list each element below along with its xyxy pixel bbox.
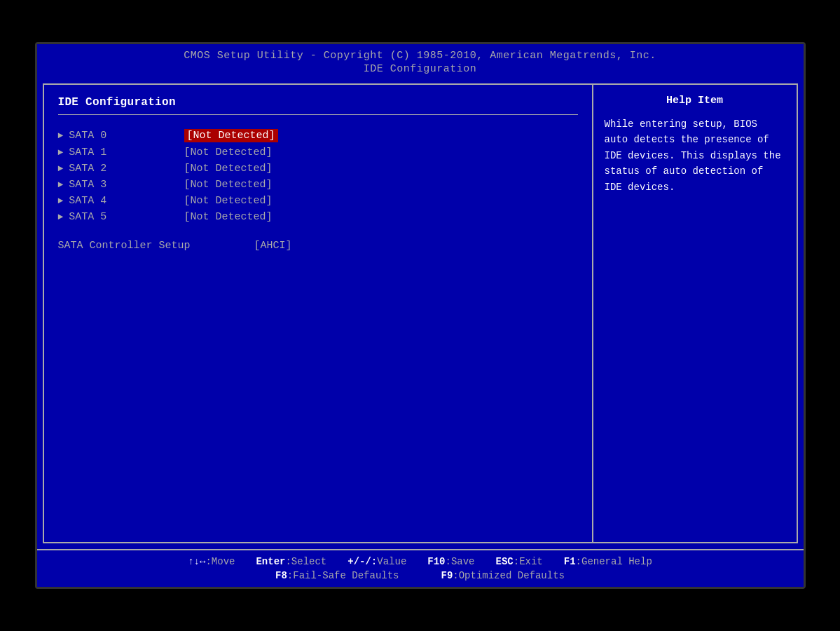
sata-label: ►SATA 3 [58, 179, 184, 191]
sata-label: ►SATA 0 [58, 130, 184, 142]
footer-key: ↑↓↔:Move [188, 556, 235, 567]
arrow-icon: ► [58, 179, 64, 190]
bios-screen: CMOS Setup Utility - Copyright (C) 1985-… [35, 42, 806, 589]
help-text: While entering setup, BIOS auto detects … [605, 116, 785, 195]
arrow-icon: ► [58, 163, 64, 174]
sata-row[interactable]: ►SATA 5[Not Detected] [58, 211, 578, 223]
sata-value: [Not Detected] [184, 179, 273, 191]
footer-key: F1:General Help [564, 556, 652, 567]
header-subtitle: IDE Configuration [40, 63, 801, 75]
controller-row[interactable]: SATA Controller Setup [AHCI] [58, 240, 578, 252]
footer-key: F8:Fail-Safe Defaults [275, 570, 399, 581]
footer: ↑↓↔:MoveEnter:Select+/-/:ValueF10:SaveES… [37, 549, 804, 587]
main-area: IDE Configuration ►SATA 0[Not Detected]►… [43, 83, 798, 543]
arrow-icon: ► [58, 212, 64, 222]
footer-line1: ↑↓↔:MoveEnter:Select+/-/:ValueF10:SaveES… [48, 556, 792, 567]
section-title: IDE Configuration [58, 96, 578, 109]
footer-key: Enter:Select [256, 556, 326, 567]
sata-value: [Not Detected] [184, 129, 278, 142]
sata-label: ►SATA 2 [58, 163, 184, 175]
sata-value: [Not Detected] [184, 195, 273, 207]
controller-label: SATA Controller Setup [58, 240, 254, 252]
divider [58, 114, 578, 115]
arrow-icon: ► [58, 147, 64, 158]
arrow-icon: ► [58, 130, 64, 141]
sata-value: [Not Detected] [184, 163, 273, 175]
sata-row[interactable]: ►SATA 1[Not Detected] [58, 147, 578, 158]
footer-key: +/-/:Value [347, 556, 406, 567]
sata-row[interactable]: ►SATA 4[Not Detected] [58, 195, 578, 207]
left-panel: IDE Configuration ►SATA 0[Not Detected]►… [44, 85, 593, 542]
sata-label: ►SATA 4 [58, 195, 184, 207]
footer-key: ESC:Exit [496, 556, 543, 567]
right-panel: Help Item While entering setup, BIOS aut… [593, 85, 797, 542]
help-title: Help Item [605, 95, 785, 107]
sata-row[interactable]: ►SATA 0[Not Detected] [58, 129, 578, 142]
sata-label: ►SATA 5 [58, 211, 184, 223]
sata-value: [Not Detected] [184, 211, 273, 223]
sata-list: ►SATA 0[Not Detected]►SATA 1[Not Detecte… [58, 129, 578, 223]
arrow-icon: ► [58, 196, 64, 206]
footer-key: F9:Optimized Defaults [441, 570, 565, 581]
sata-label: ►SATA 1 [58, 147, 184, 158]
header-title: CMOS Setup Utility - Copyright (C) 1985-… [40, 50, 801, 62]
sata-row[interactable]: ►SATA 3[Not Detected] [58, 179, 578, 191]
controller-value: [AHCI] [254, 240, 292, 252]
header: CMOS Setup Utility - Copyright (C) 1985-… [37, 44, 804, 78]
footer-key: F10:Save [427, 556, 474, 567]
sata-row[interactable]: ►SATA 2[Not Detected] [58, 163, 578, 175]
sata-value: [Not Detected] [184, 147, 273, 158]
footer-line2: F8:Fail-Safe DefaultsF9:Optimized Defaul… [48, 570, 792, 581]
